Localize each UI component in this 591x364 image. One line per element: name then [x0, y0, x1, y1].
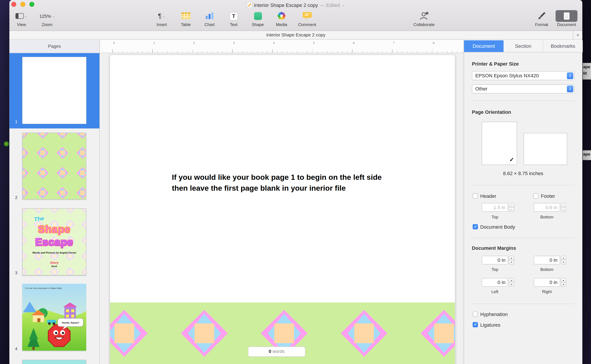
footer-bottom-field[interactable]: 0.6 in: [534, 203, 560, 212]
zoom-value: 125%: [39, 13, 51, 19]
header-field-caption: Top: [482, 215, 508, 219]
margin-top-field[interactable]: 0 in: [482, 256, 508, 264]
paintbrush-icon: [537, 11, 546, 21]
header-top-field[interactable]: 1.5 in: [482, 203, 508, 212]
hyphenation-label: Hyphenation: [480, 312, 508, 317]
chevron-down-icon: ⌄: [25, 14, 27, 18]
ruler-tick: 0: [113, 41, 115, 45]
stepper-control[interactable]: ▲▼: [509, 203, 514, 212]
page-thumbnail-5[interactable]: [22, 360, 86, 364]
chart-icon: [205, 12, 214, 20]
margin-right-caption: Right: [534, 289, 560, 294]
document-body-checkbox[interactable]: [473, 224, 478, 230]
cover-title-the: The: [33, 215, 44, 222]
paper-size-value: Other: [475, 86, 488, 91]
view-button[interactable]: ⌄ View: [7, 10, 36, 27]
page-thumbnail-3[interactable]: The Shape Escape Words and Pictures by A…: [22, 208, 86, 275]
stepper-control[interactable]: ▲▼: [509, 278, 514, 287]
desktop-wallpaper: ape lit ape interior Shape Escape 2 copy…: [0, 0, 591, 364]
scene-caption: For now, there was peace in Shape Valley…: [25, 287, 62, 289]
shape-valley-scene: Howdy, Square! For now, there was peace …: [22, 284, 86, 351]
hyphenation-checkbox[interactable]: [473, 312, 478, 317]
canvas-scroll-area[interactable]: If you would like your book page 1 to be…: [100, 53, 464, 364]
cover-title-escape: Escape: [23, 237, 86, 248]
body-text-line-2: then leave the first page blank in your …: [172, 182, 382, 193]
document-label: Document: [552, 22, 581, 27]
table-icon: [181, 12, 190, 20]
page-number: 1: [15, 119, 17, 124]
page-thumbnail-4[interactable]: Howdy, Square! For now, there was peace …: [22, 284, 86, 351]
footer-checkbox[interactable]: [533, 193, 539, 199]
fragment-text: ape: [583, 151, 591, 157]
comment-bubble-icon: [303, 12, 312, 20]
document-tab-title[interactable]: interior Shape Escape 2 copy: [266, 32, 326, 38]
stepper-control[interactable]: ▲▼: [561, 256, 566, 264]
word-count-badge[interactable]: 0 words: [248, 347, 305, 357]
ruler-major-ticks: [112, 49, 464, 53]
footer-checkbox-label: Footer: [541, 193, 555, 199]
stepper-control[interactable]: ▲▼: [509, 256, 514, 264]
word-count-suffix: words: [273, 349, 285, 354]
stepper-control[interactable]: ▲▼: [561, 203, 566, 212]
window-title: interior Shape Escape 2 copy: [254, 2, 318, 7]
margin-bottom-field[interactable]: 0 in: [534, 256, 560, 264]
wallpaper-dot: [4, 141, 9, 147]
divider: [472, 185, 574, 185]
checkmark-icon: ✓: [509, 156, 514, 163]
chevron-down-icon[interactable]: ⌄: [342, 3, 345, 7]
document-sheet-icon: [564, 13, 569, 20]
inspector-tabs: Document Section Bookmarks: [464, 40, 583, 52]
background-window-fragment: ape lit: [583, 63, 591, 79]
ligatures-label: Ligatures: [480, 322, 500, 328]
page-thumbnail-2[interactable]: [22, 133, 86, 200]
pages-sidebar-header: Pages: [9, 40, 99, 53]
stepper-control[interactable]: ▲▼: [561, 278, 566, 287]
zoom-control[interactable]: 125%⌄ Zoom: [33, 10, 62, 27]
document-body-label: Document Body: [480, 224, 515, 230]
add-tab-button[interactable]: +: [573, 31, 582, 39]
cover-byline: Words and Pictures by Angela Ferrari: [23, 251, 86, 254]
horizontal-ruler: 0 1 2 3 4 5 6 7 8: [100, 40, 464, 53]
margin-right-field[interactable]: 0 in: [534, 278, 560, 287]
view-label: View: [7, 22, 36, 27]
printer-select-value: EPSON Epson Stylus NX420: [475, 73, 539, 78]
tab-section[interactable]: Section: [503, 40, 543, 52]
chevron-down-icon: ⌄: [162, 14, 165, 18]
ruler-tick: 3: [233, 41, 235, 45]
edited-status: — Edited: [320, 2, 340, 7]
ruler-tick: 7: [393, 41, 395, 45]
tab-document[interactable]: Document: [464, 40, 503, 52]
margin-left-field[interactable]: 0 in: [482, 278, 508, 287]
tab-bookmarks[interactable]: Bookmarks: [543, 40, 583, 52]
page-thumbnail-1[interactable]: [22, 57, 86, 124]
ruler-tick: 8: [433, 41, 435, 45]
popup-stepper-icon: ▲▼: [567, 85, 573, 92]
comment-button[interactable]: Comment: [292, 10, 322, 27]
printer-select[interactable]: EPSON Epson Stylus NX420 ▲▼: [472, 71, 574, 80]
orientation-landscape-option[interactable]: [524, 133, 567, 165]
pages-sidebar: Pages 1 2 The Shape Escape Words and Pic…: [9, 40, 100, 364]
margin-bottom-caption: Bottom: [534, 267, 560, 272]
paper-size-select[interactable]: Other ▲▼: [472, 84, 574, 94]
ruler-tick: 1: [153, 41, 155, 45]
media-flower-icon: [277, 12, 286, 21]
ruler-tick: 5: [313, 41, 315, 45]
divider: [472, 101, 574, 101]
speech-bubble-text: Howdy, Square!: [62, 321, 79, 324]
collaborate-person-icon: +: [419, 11, 429, 21]
margin-left-caption: Left: [482, 289, 508, 294]
orientation-portrait-option[interactable]: ✓: [482, 122, 517, 165]
header-checkbox[interactable]: [473, 193, 478, 199]
collaborate-button[interactable]: + Collaborate: [409, 10, 439, 27]
window-title-bar: interior Shape Escape 2 copy — Edited ⌄: [9, 1, 582, 8]
pages-document-icon: [247, 2, 252, 8]
divider: [472, 238, 574, 238]
ligatures-checkbox[interactable]: [473, 322, 478, 327]
document-button[interactable]: Document: [552, 10, 581, 27]
document-page[interactable]: If you would like your book page 1 to be…: [110, 55, 455, 364]
fragment-text: lit: [583, 70, 591, 77]
document-canvas: 0 1 2 3 4 5 6 7 8 If you would like your…: [100, 40, 464, 364]
format-inspector-panel: Document Section Bookmarks Printer & Pap…: [464, 40, 582, 364]
document-body-text[interactable]: If you would like your book page 1 to be…: [172, 172, 382, 193]
media-button[interactable]: Media: [267, 10, 296, 27]
